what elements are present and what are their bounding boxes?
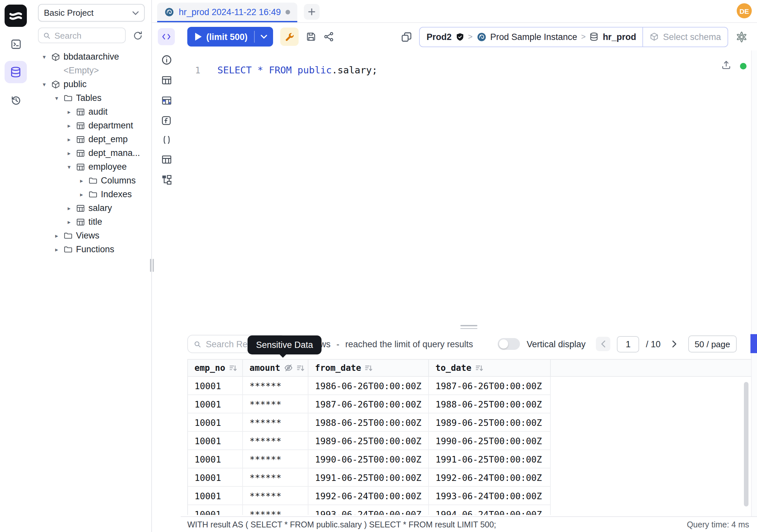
table-row[interactable]: 10001******1988-06-25T00:00:00Z1989-06-2… — [188, 413, 551, 432]
code-editor-icon[interactable] — [158, 28, 175, 45]
tree-item-dept-mana[interactable]: ▸dept_mana... — [38, 146, 145, 160]
bytebase-logo-mark — [8, 8, 24, 24]
table-row[interactable]: 10001******1986-06-26T00:00:00Z1987-06-2… — [188, 377, 551, 395]
tree-item-views[interactable]: ▸Views — [38, 229, 145, 242]
vertical-display-toggle[interactable] — [498, 338, 520, 350]
panel-splitter[interactable] — [181, 324, 757, 330]
tree-item-columns[interactable]: ▸Columns — [38, 173, 145, 187]
sort-icon[interactable] — [365, 364, 373, 372]
table-panel-icon[interactable] — [161, 75, 172, 86]
tree-item-dept-emp[interactable]: ▸dept_emp — [38, 132, 145, 146]
connection-path[interactable]: Prod2 > Prod Sample Instance > hr_prod — [420, 27, 643, 46]
bytebase-logo[interactable] — [5, 5, 27, 27]
tree-item-functions[interactable]: ▸Functions — [38, 242, 145, 256]
sql-file-icon[interactable] — [5, 33, 27, 55]
plus-icon — [308, 8, 316, 16]
caret-down-icon[interactable]: ▾ — [41, 81, 48, 87]
results-scrollbar[interactable] — [744, 382, 748, 507]
caret-right-icon[interactable]: ▸ — [66, 109, 73, 115]
column-header-emp_no[interactable]: emp_no — [188, 360, 243, 376]
table-row[interactable]: 10001******1987-06-26T00:00:00Z1988-06-2… — [188, 395, 551, 413]
select-schema-button[interactable]: Select schema — [643, 27, 728, 46]
caret-right-icon[interactable]: ▸ — [78, 177, 85, 184]
admin-mode-button[interactable] — [280, 27, 299, 46]
tree-item-public[interactable]: ▾public — [38, 77, 145, 91]
page-size-select[interactable]: 50 / page — [688, 335, 737, 353]
vertical-display-label: Vertical display — [527, 339, 586, 349]
caret-right-icon[interactable]: ▸ — [53, 246, 60, 253]
table-row[interactable]: 10001******1991-06-25T00:00:00Z1992-06-2… — [188, 468, 551, 487]
caret-down-icon[interactable]: ▾ — [53, 95, 60, 101]
sort-icon[interactable] — [229, 364, 237, 372]
sort-icon[interactable] — [475, 364, 483, 372]
tree-item-tables[interactable]: ▾Tables — [38, 91, 145, 105]
table-row[interactable]: 10001******1993-06-24T00:00:00Z1994-06-2… — [188, 505, 551, 515]
databases-icon[interactable] — [5, 61, 27, 83]
table-row[interactable]: 10001******1989-06-25T00:00:00Z1990-06-2… — [188, 432, 551, 450]
postgres-icon — [165, 7, 174, 17]
upload-sheet-icon[interactable] — [721, 60, 732, 73]
caret-right-icon[interactable]: ▸ — [66, 218, 73, 225]
add-tab-button[interactable] — [304, 4, 319, 20]
external-table-icon[interactable] — [161, 154, 172, 165]
sidebar-resize-handle[interactable] — [150, 259, 154, 272]
caret-right-icon[interactable]: ▸ — [66, 205, 73, 211]
tree-item-indexes[interactable]: ▸Indexes — [38, 187, 145, 201]
worksheet-tab[interactable]: hr_prod 2024-11-22 16:49 — [157, 3, 297, 22]
tree-item-audit[interactable]: ▸audit — [38, 105, 145, 119]
column-header-amount[interactable]: amount — [243, 360, 308, 376]
info-icon[interactable] — [161, 54, 172, 66]
switch-connection-button[interactable] — [401, 31, 412, 42]
panel-edge-button[interactable] — [750, 334, 757, 353]
run-options-button[interactable] — [255, 27, 273, 47]
project-select[interactable]: Basic Project — [38, 4, 145, 22]
caret-right-icon[interactable]: ▸ — [66, 136, 73, 142]
caret-down-icon[interactable]: ▾ — [66, 164, 73, 170]
save-button[interactable] — [306, 31, 316, 42]
caret-down-icon[interactable]: ▾ — [41, 53, 48, 60]
history-icon[interactable] — [5, 89, 27, 111]
tree-item-label: Indexes — [101, 189, 132, 199]
tree-item-empty[interactable]: <Empty> — [38, 64, 145, 77]
tree-item-bbdataarchive[interactable]: ▾bbdataarchive — [38, 50, 145, 64]
sql-editor[interactable]: 1 SELECT * FROM public.salary; — [181, 50, 757, 324]
database-label: hr_prod — [603, 32, 636, 42]
page-number-input[interactable] — [617, 336, 639, 352]
sidebar-search-input[interactable] — [54, 30, 120, 40]
folder-icon — [64, 231, 73, 240]
editor-side-toolbar — [152, 23, 181, 532]
caret-right-icon[interactable]: ▸ — [53, 232, 60, 239]
share-button[interactable] — [323, 31, 334, 42]
run-button[interactable]: (limit 500) — [187, 27, 273, 47]
tree-item-employee[interactable]: ▾employee — [38, 160, 145, 173]
caret-right-icon[interactable]: ▸ — [66, 122, 73, 129]
sort-icon[interactable] — [297, 364, 305, 372]
tree-item-label: <Empty> — [64, 66, 99, 75]
ai-assistant-button[interactable] — [735, 30, 748, 43]
column-header-from_date[interactable]: from_date — [308, 360, 429, 376]
caret-right-icon[interactable]: ▸ — [66, 150, 73, 156]
tree-item-salary[interactable]: ▸salary — [38, 201, 145, 215]
prev-page-button[interactable] — [596, 337, 611, 351]
table-cell: 1989-06-25T00:00:00Z — [308, 432, 429, 450]
table-data-icon[interactable] — [161, 95, 172, 106]
refresh-icon[interactable] — [130, 28, 145, 43]
eye-off-icon[interactable] — [284, 363, 293, 372]
caret-right-icon[interactable]: ▸ — [78, 191, 85, 198]
functions-icon[interactable] — [161, 115, 171, 126]
unsaved-dot-icon — [286, 10, 290, 14]
tree-item-title[interactable]: ▸title — [38, 215, 145, 229]
procedures-icon[interactable] — [162, 135, 171, 145]
table-row[interactable]: 10001******1992-06-24T00:00:00Z1993-06-2… — [188, 487, 551, 505]
table-cell: 1986-06-26T00:00:00Z — [308, 377, 429, 395]
next-page-button[interactable] — [667, 337, 682, 351]
column-header-to_date[interactable]: to_date — [429, 360, 551, 376]
avatar[interactable]: DE — [737, 3, 752, 18]
table-row[interactable]: 10001******1990-06-25T00:00:00Z1991-06-2… — [188, 450, 551, 468]
sidebar: Basic Project ▾bbdataarchive<Empty>▾publ… — [31, 0, 152, 532]
tree-item-department[interactable]: ▸department — [38, 119, 145, 132]
tree-item-label: audit — [88, 107, 108, 117]
schema-diagram-icon[interactable] — [161, 174, 172, 185]
sidebar-search[interactable] — [38, 27, 126, 43]
table-cell: 1990-06-25T00:00:00Z — [429, 432, 551, 450]
